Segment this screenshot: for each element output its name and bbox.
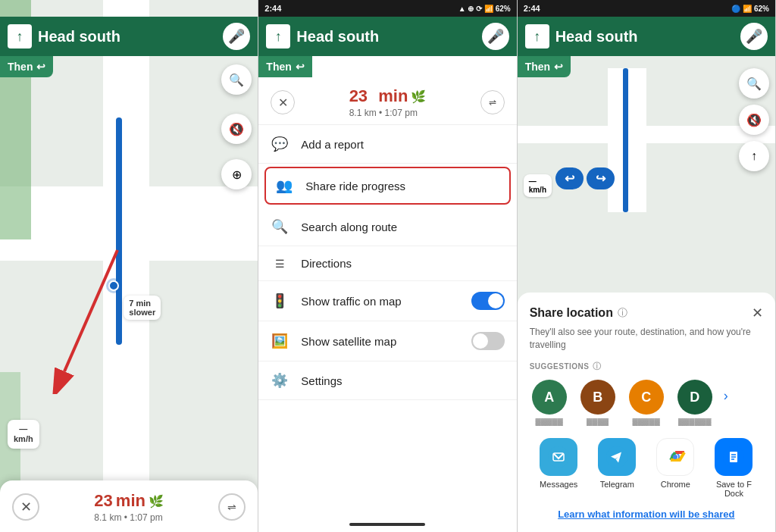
share-route-line bbox=[623, 68, 628, 212]
svg-point-8 bbox=[673, 455, 677, 459]
share-road-h bbox=[518, 126, 775, 143]
then-bar: Then ↩ bbox=[0, 56, 53, 77]
nav-direction: Head south bbox=[38, 28, 217, 45]
chrome-label: Chrome bbox=[661, 480, 690, 489]
app-save-dock[interactable]: Save to FDock bbox=[711, 438, 756, 498]
satellite-icon: 🖼️ bbox=[271, 333, 289, 349]
search-route-label: Search along route bbox=[301, 221, 504, 233]
share-map-section: 2:44 🔵 📶 62% ↑ Head south 🎤 Then ↩ —km/h… bbox=[518, 0, 775, 212]
panel-2-menu: 2:44 ▲ ⊕ ⟳ 📶 62% ↑ Head south 🎤 Then ↩ ✕… bbox=[258, 0, 517, 532]
menu-item-search-route[interactable]: 🔍 Search along route bbox=[258, 208, 516, 246]
mic-button[interactable]: 🎤 bbox=[223, 23, 250, 50]
direction-arrow-icon: ↑ bbox=[8, 24, 32, 49]
menu-item-share-ride[interactable]: 👥 Share ride progress bbox=[264, 167, 510, 205]
share-nav-direction: Head south bbox=[555, 28, 734, 45]
suggestion-avatar-4: D bbox=[677, 380, 712, 415]
app-messages[interactable]: Messages bbox=[536, 438, 581, 498]
messages-icon bbox=[540, 438, 577, 476]
share-close-button[interactable]: ✕ bbox=[752, 305, 763, 321]
menu-close-button[interactable]: ✕ bbox=[271, 90, 295, 114]
svg-point-2 bbox=[548, 446, 569, 468]
menu-item-directions[interactable]: ☰ Directions bbox=[258, 246, 516, 281]
eta-minutes: 23 bbox=[94, 491, 112, 511]
menu-direction-arrow-icon: ↑ bbox=[266, 24, 290, 49]
eta-unit: min bbox=[116, 491, 146, 511]
menu-item-settings[interactable]: ⚙️ Settings bbox=[258, 361, 516, 400]
red-arrow-indicator bbox=[42, 243, 133, 394]
suggestion-avatar-1: A bbox=[532, 380, 567, 415]
status-time-3: 2:44 bbox=[524, 4, 540, 13]
suggestions-row: A ▓▓▓▓▓ B ▓▓▓▓ C ▓▓▓▓▓ D ▓▓▓▓▓▓ › bbox=[530, 380, 763, 426]
app-telegram[interactable]: Telegram bbox=[594, 438, 640, 498]
add-report-label: Add a report bbox=[301, 138, 504, 151]
status-icons-2: ▲ ⊕ ⟳ 📶 62% bbox=[458, 5, 511, 13]
share-float-buttons: 🔍 🔇 ↑ bbox=[739, 68, 769, 171]
suggestion-3[interactable]: C ▓▓▓▓▓ bbox=[627, 380, 666, 426]
turn-right-arrow[interactable]: ↪ bbox=[587, 167, 615, 189]
more-suggestions-button[interactable]: › bbox=[724, 380, 728, 426]
share-search-button[interactable]: 🔍 bbox=[739, 68, 769, 99]
share-map-bg bbox=[518, 68, 775, 212]
traffic-icon: 🚦 bbox=[271, 293, 289, 309]
status-bar-2: 2:44 ▲ ⊕ ⟳ 📶 62% bbox=[258, 0, 516, 17]
share-info-icon: ⓘ bbox=[618, 306, 627, 320]
status-time-2: 2:44 bbox=[264, 4, 281, 13]
eta-display: 23 min 🌿 bbox=[94, 491, 164, 511]
menu-eta-display: 23 min 🌿 bbox=[349, 86, 427, 106]
share-ride-label: Share ride progress bbox=[305, 180, 499, 192]
traffic-slowdown-label: 7 minslower bbox=[124, 296, 161, 320]
share-bottom-sheet: Share location ⓘ ✕ They'll also see your… bbox=[518, 293, 775, 532]
alternate-routes-button[interactable]: ⇌ bbox=[218, 493, 246, 521]
add-report-icon: 💬 bbox=[271, 136, 289, 152]
close-navigation-button[interactable]: ✕ bbox=[12, 493, 39, 521]
turn-left-arrow[interactable]: ↩ bbox=[555, 167, 584, 189]
menu-item-satellite[interactable]: 🖼️ Show satellite map bbox=[258, 321, 516, 361]
suggestion-name-1: ▓▓▓▓▓ bbox=[535, 418, 562, 426]
share-then-label: Then bbox=[525, 61, 550, 73]
then-label: Then bbox=[8, 61, 33, 73]
traffic-label: Show traffic on map bbox=[301, 295, 458, 308]
app-chrome[interactable]: Chrome bbox=[652, 438, 698, 498]
speed-indicator: — km/h bbox=[8, 420, 39, 449]
share-add-button[interactable]: ↑ bbox=[739, 141, 769, 171]
settings-label: Settings bbox=[301, 374, 504, 387]
home-indicator bbox=[349, 523, 425, 526]
status-icons-3: 🔵 📶 62% bbox=[731, 5, 769, 13]
apps-row: Messages Telegram bbox=[530, 438, 763, 498]
status-bar-3: 2:44 🔵 📶 62% bbox=[518, 0, 775, 17]
save-dock-icon bbox=[715, 438, 753, 476]
nav-header: ↑ Head south 🎤 bbox=[0, 17, 258, 56]
panel-1-map: 2:44 ▲ ⊕ ⟳ 📶 62% ↑ Head south 🎤 Then ↩ 🔍… bbox=[0, 0, 258, 532]
suggestion-avatar-2: B bbox=[580, 380, 615, 415]
menu-item-traffic[interactable]: 🚦 Show traffic on map bbox=[258, 281, 516, 321]
telegram-label: Telegram bbox=[600, 480, 634, 489]
suggestions-info-icon: ⓘ bbox=[593, 361, 602, 372]
satellite-label: Show satellite map bbox=[301, 335, 458, 348]
menu-item-add-report[interactable]: 💬 Add a report bbox=[258, 125, 516, 164]
menu-eco-leaf-icon: 🌿 bbox=[411, 89, 426, 104]
suggestion-4[interactable]: D ▓▓▓▓▓▓ bbox=[675, 380, 715, 426]
traffic-toggle[interactable] bbox=[471, 292, 505, 310]
chrome-icon bbox=[656, 438, 694, 476]
menu-routes-button[interactable]: ⇌ bbox=[480, 90, 505, 114]
directions-icon: ☰ bbox=[271, 258, 289, 270]
share-direction-arrow-icon: ↑ bbox=[525, 24, 549, 49]
learn-more-link[interactable]: Learn what information will be shared bbox=[530, 509, 763, 520]
eta-details: 8.1 km • 1:07 pm bbox=[94, 512, 164, 523]
menu-eta-details: 8.1 km • 1:07 pm bbox=[349, 108, 427, 118]
panel-3-share: 2:44 🔵 📶 62% ↑ Head south 🎤 Then ↩ —km/h… bbox=[518, 0, 776, 532]
share-mic-button[interactable]: 🎤 bbox=[740, 23, 768, 50]
share-speed-badge: —km/h bbox=[524, 174, 552, 197]
menu-mic-button[interactable]: 🎤 bbox=[482, 23, 509, 50]
telegram-icon bbox=[598, 438, 636, 476]
share-ride-icon: 👥 bbox=[275, 177, 293, 194]
menu-then-bar: Then ↩ bbox=[258, 56, 311, 77]
suggestion-2[interactable]: B ▓▓▓▓ bbox=[578, 380, 618, 426]
suggestion-avatar-3: C bbox=[629, 380, 664, 415]
menu-eta-bar: ✕ 23 min 🌿 8.1 km • 1:07 pm ⇌ bbox=[258, 77, 516, 125]
bottom-navigation-bar: ✕ 23 min 🌿 8.1 km • 1:07 pm ⇌ bbox=[0, 480, 258, 532]
suggestion-name-2: ▓▓▓▓ bbox=[587, 418, 609, 426]
satellite-toggle[interactable] bbox=[471, 332, 505, 350]
share-mute-button[interactable]: 🔇 bbox=[739, 105, 769, 135]
suggestion-1[interactable]: A ▓▓▓▓▓ bbox=[530, 380, 569, 426]
